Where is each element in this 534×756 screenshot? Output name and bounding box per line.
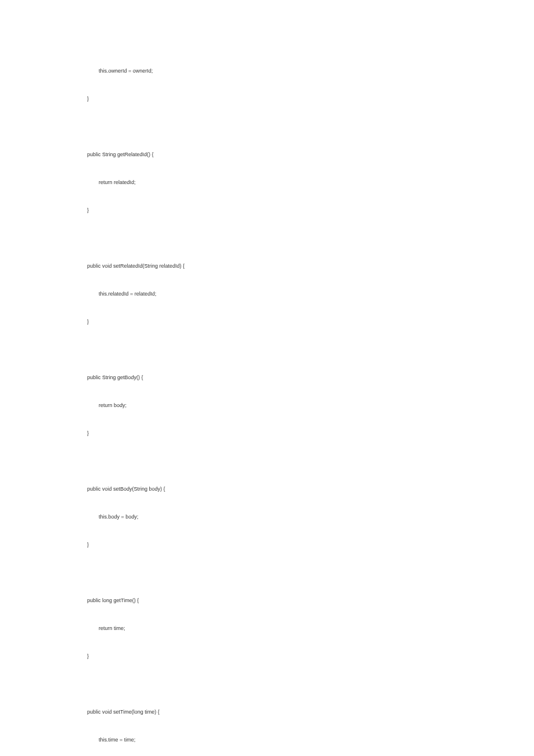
document-page: this.ownerId = ownerId; } public String …: [0, 0, 534, 756]
code-block: this.ownerId = ownerId; } public String …: [75, 64, 459, 756]
